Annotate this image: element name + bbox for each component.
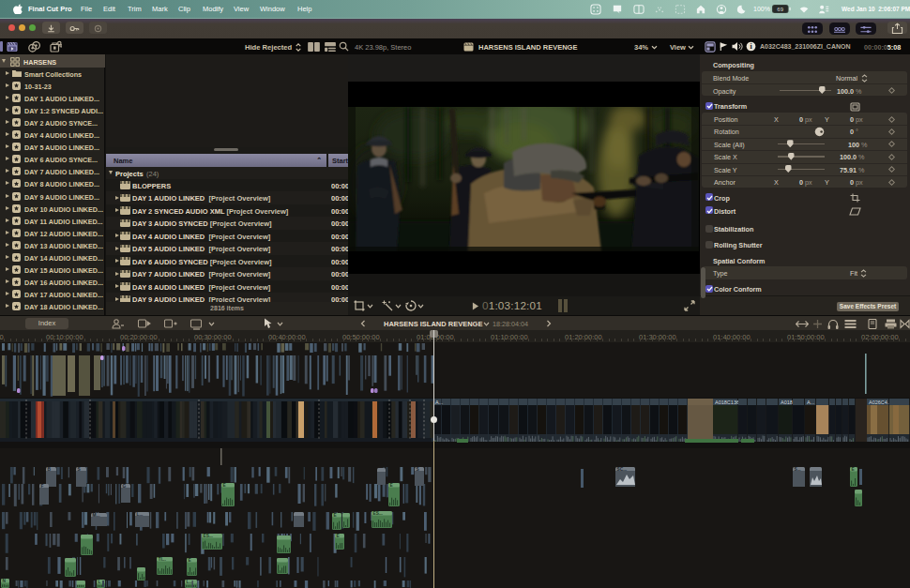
svg-text:A026C4...: A026C4... xyxy=(869,400,892,405)
svg-text:M...: M... xyxy=(93,513,100,518)
svg-text:S...: S... xyxy=(795,467,801,472)
svg-text:A...: A... xyxy=(807,400,815,405)
svg-text:N: N xyxy=(3,579,7,583)
svg-text:ES...: ES... xyxy=(204,534,213,538)
svg-text:G: G xyxy=(123,484,127,489)
svg-text:SC...: SC... xyxy=(617,467,628,472)
svg-text:TI...: TI... xyxy=(159,557,166,562)
svg-text:ES...: ES... xyxy=(373,511,383,516)
svg-text:A...: A... xyxy=(435,400,444,405)
svg-text:69: 69 xyxy=(777,7,783,12)
svg-text:B: B xyxy=(48,467,52,472)
svg-text:L...: L... xyxy=(137,512,144,517)
svg-text:F: F xyxy=(41,484,44,489)
svg-text:L: L xyxy=(99,580,101,584)
svg-text:L...: L... xyxy=(187,580,193,584)
